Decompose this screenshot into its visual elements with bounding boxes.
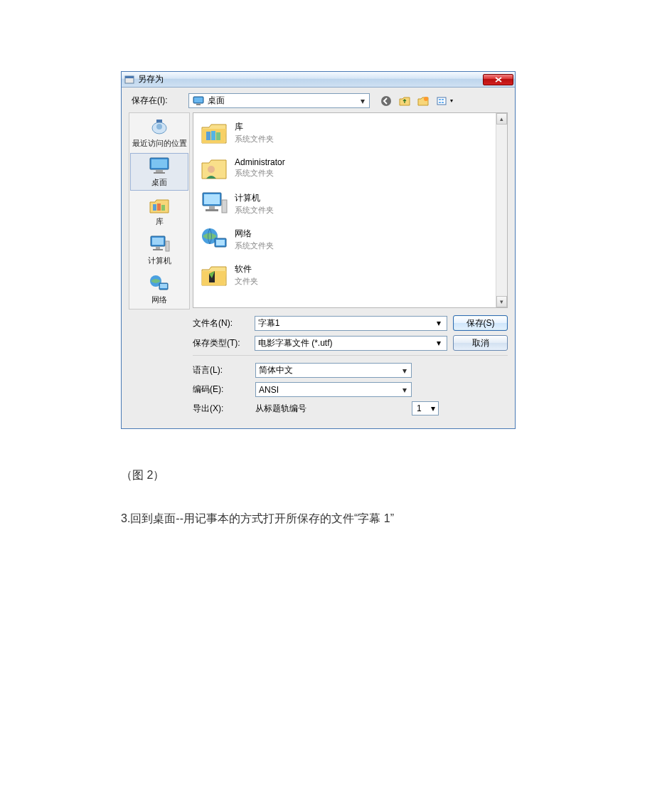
svg-point-33 xyxy=(208,166,215,173)
svg-rect-16 xyxy=(151,159,167,168)
place-label: 库 xyxy=(156,216,164,227)
filetype-value: 电影字幕文件 (*.utf) xyxy=(258,337,433,349)
nav-toolbar: ▾ xyxy=(378,94,455,108)
encoding-dropdown[interactable]: ANSI ▾ xyxy=(255,382,412,397)
place-label: 桌面 xyxy=(151,177,167,188)
svg-rect-11 xyxy=(442,102,444,103)
svg-rect-35 xyxy=(204,194,220,204)
list-item-text: 软件 文件夹 xyxy=(235,263,258,287)
dropdown-arrow-icon: ▾ xyxy=(428,403,438,413)
list-item[interactable]: Administrator 系统文件夹 xyxy=(193,150,507,186)
location-row: 保存在(I): 桌面 ▾ xyxy=(129,93,508,108)
network-icon xyxy=(148,273,171,293)
svg-rect-36 xyxy=(209,206,215,209)
file-subtitle: 系统文件夹 xyxy=(235,205,274,216)
file-name: 计算机 xyxy=(235,192,274,204)
encoding-value: ANSI xyxy=(259,385,399,395)
scroll-track[interactable] xyxy=(496,125,507,296)
desktop-icon xyxy=(192,96,205,106)
svg-rect-32 xyxy=(216,132,220,140)
dropdown-arrow-icon: ▾ xyxy=(399,366,410,376)
folder-icon xyxy=(199,260,229,289)
svg-rect-25 xyxy=(153,249,163,250)
place-computer[interactable]: 计算机 xyxy=(129,231,189,270)
save-as-dialog: 另存为 保存在(I): 桌面 xyxy=(121,71,516,429)
place-label: 网络 xyxy=(151,295,167,305)
svg-rect-24 xyxy=(156,247,160,249)
save-button[interactable]: 保存(S) xyxy=(453,315,508,331)
list-item[interactable]: 软件 文件夹 xyxy=(193,257,507,292)
svg-rect-20 xyxy=(157,203,161,211)
dropdown-arrow-icon: ▾ xyxy=(399,385,410,395)
computer-large-icon xyxy=(199,189,229,218)
dialog-body: 保存在(I): 桌面 ▾ xyxy=(122,88,515,428)
view-menu-button[interactable]: ▾ xyxy=(434,94,455,108)
close-button[interactable] xyxy=(483,74,513,85)
svg-rect-37 xyxy=(206,209,218,211)
list-item-text: 计算机 系统文件夹 xyxy=(235,192,274,216)
file-name: 软件 xyxy=(235,263,258,275)
chevron-down-icon: ▾ xyxy=(450,97,453,104)
computer-icon xyxy=(148,234,171,254)
place-libraries[interactable]: 库 xyxy=(129,191,189,231)
place-desktop[interactable]: 桌面 xyxy=(130,153,188,191)
location-dropdown[interactable]: 桌面 ▾ xyxy=(188,93,370,108)
user-folder-icon xyxy=(199,154,229,182)
svg-rect-14 xyxy=(156,120,162,122)
file-name: 网络 xyxy=(235,228,274,240)
place-network[interactable]: 网络 xyxy=(129,270,189,309)
svg-point-13 xyxy=(156,124,162,129)
back-button[interactable] xyxy=(378,94,394,108)
encoding-label: 编码(E): xyxy=(193,383,250,396)
cancel-button[interactable]: 取消 xyxy=(453,335,508,351)
list-item[interactable]: 网络 系统文件夹 xyxy=(193,221,507,257)
scroll-down-button[interactable]: ▾ xyxy=(496,296,507,307)
svg-rect-21 xyxy=(161,205,165,211)
list-item-text: Administrator 系统文件夹 xyxy=(235,157,285,179)
svg-point-5 xyxy=(381,96,391,106)
svg-rect-10 xyxy=(439,102,441,103)
place-label: 计算机 xyxy=(148,255,171,266)
figure-caption: （图 2） xyxy=(121,468,601,483)
export-number-dropdown[interactable]: 1 ▾ xyxy=(412,401,439,416)
filename-label: 文件名(N): xyxy=(193,317,249,329)
filename-input[interactable]: 字幕1 ▾ xyxy=(255,316,447,331)
svg-rect-29 xyxy=(160,284,167,288)
export-text: 从标题轨编号 xyxy=(255,403,306,415)
up-one-level-button[interactable] xyxy=(397,94,412,108)
new-folder-button[interactable] xyxy=(415,94,431,108)
network-large-icon xyxy=(199,225,229,253)
filetype-dropdown[interactable]: 电影字幕文件 (*.utf) ▾ xyxy=(255,336,447,351)
svg-rect-4 xyxy=(196,104,201,105)
svg-rect-17 xyxy=(156,170,163,172)
svg-rect-7 xyxy=(437,97,446,105)
title-bar: 另存为 xyxy=(122,72,515,88)
scroll-up-button[interactable]: ▴ xyxy=(496,113,507,125)
filetype-row: 保存类型(T): 电影字幕文件 (*.utf) ▾ 取消 xyxy=(193,335,508,351)
place-recent[interactable]: 最近访问的位置 xyxy=(129,113,189,152)
svg-rect-26 xyxy=(166,241,169,251)
svg-rect-3 xyxy=(194,97,203,102)
places-bar: 最近访问的位置 桌面 xyxy=(129,112,190,309)
cancel-button-label: 取消 xyxy=(472,337,489,349)
list-item[interactable]: 库 系统文件夹 xyxy=(193,115,507,150)
place-label: 最近访问的位置 xyxy=(132,138,187,149)
svg-rect-1 xyxy=(125,76,134,78)
save-in-label: 保存在(I): xyxy=(132,95,184,107)
list-item-text: 网络 系统文件夹 xyxy=(235,228,274,251)
desktop-icon xyxy=(148,156,171,176)
file-subtitle: 系统文件夹 xyxy=(235,134,274,144)
back-icon xyxy=(380,95,392,107)
svg-rect-31 xyxy=(211,131,215,140)
svg-rect-23 xyxy=(152,238,164,245)
dropdown-arrow-icon: ▾ xyxy=(433,338,444,348)
svg-rect-18 xyxy=(154,172,165,174)
encoding-row: 编码(E): ANSI ▾ xyxy=(193,382,508,397)
language-value: 简体中文 xyxy=(259,364,399,376)
vertical-scrollbar[interactable]: ▴ ▾ xyxy=(496,113,507,307)
export-row: 导出(X): 从标题轨编号 1 ▾ xyxy=(193,401,508,416)
file-list[interactable]: 库 系统文件夹 Administ xyxy=(193,112,508,308)
view-menu-icon xyxy=(437,96,449,106)
language-dropdown[interactable]: 简体中文 ▾ xyxy=(255,363,412,378)
list-item[interactable]: 计算机 系统文件夹 xyxy=(193,186,507,221)
